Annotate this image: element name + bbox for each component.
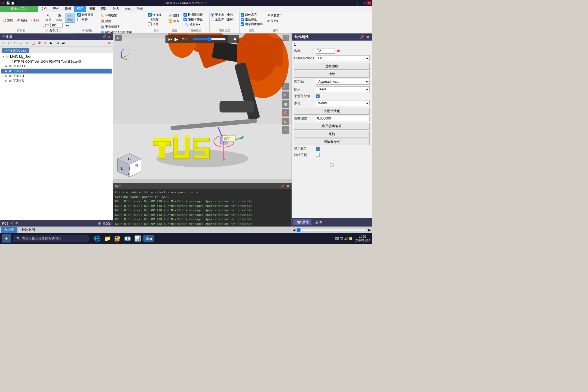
- robot-tools-menu[interactable]: 机器人工具: [0, 6, 38, 12]
- ws-btn-5[interactable]: ✂: [24, 40, 30, 46]
- taskbar-icon-5[interactable]: 📊: [133, 235, 142, 242]
- vp-tool-4[interactable]: 🎯: [282, 109, 289, 117]
- taskbar-icon-sim[interactable]: Sim: [143, 235, 154, 242]
- apply-nozzle-btn[interactable]: 应用喷嘴偏差: [294, 123, 370, 130]
- ws-btn-4[interactable]: ↩: [19, 40, 24, 46]
- close-button[interactable]: ✕: [367, 1, 371, 5]
- output-close-icon[interactable]: ✕: [287, 184, 289, 188]
- motion-props-footer-tab[interactable]: 动作属性: [293, 219, 311, 225]
- vp-tool-2[interactable]: 🔍: [282, 91, 289, 99]
- tree-path-1[interactable]: ▶ ⛓ PATH 1: [1, 69, 112, 74]
- cube-top[interactable]: B: [128, 157, 131, 161]
- ws-btn-6[interactable]: 📋: [30, 40, 36, 46]
- menu-export[interactable]: 导出: [134, 6, 146, 12]
- cube-center[interactable]: T: [128, 166, 131, 171]
- workspace-bottom-tab[interactable]: 作业图: [1, 227, 17, 233]
- menu-program[interactable]: 程序: [74, 6, 86, 12]
- search-bar[interactable]: 🔍 在这里输入你要搜索的内容: [13, 235, 89, 242]
- trace-check[interactable]: 跟踪: [148, 17, 158, 22]
- detector-active-check[interactable]: 检测器活跃: [183, 13, 203, 17]
- color-highlight-check[interactable]: 颜色高亮: [241, 13, 257, 17]
- signal-check[interactable]: 信号: [148, 22, 158, 26]
- smooth-ext-checkbox[interactable]: ✓: [316, 94, 320, 98]
- apply-smooth-btn[interactable]: 应用平滑化: [294, 108, 370, 115]
- minimize-button[interactable]: ─: [357, 1, 361, 5]
- menu-start[interactable]: 开始: [50, 6, 62, 12]
- tree-path-u[interactable]: ▶ ⛓ PATH U: [1, 74, 112, 78]
- jog-footer-tab[interactable]: 点动: [313, 219, 324, 225]
- rewind-button[interactable]: ⏮: [168, 36, 173, 42]
- timeline-main-slider[interactable]: [296, 228, 367, 232]
- auto-size-button[interactable]: ⬜ 自动尺寸: [43, 28, 63, 33]
- signal-btn[interactable]: 📶 信号: [167, 19, 180, 24]
- restore-window-btn[interactable]: 🗗 恢复窗口: [265, 13, 284, 18]
- ws-btn-10[interactable]: ⏮: [54, 40, 60, 46]
- delete-button[interactable]: ✕ 删除: [29, 18, 41, 23]
- close-workspace-icon[interactable]: ✕: [108, 35, 111, 39]
- paste-button[interactable]: 📌 粘贴: [15, 18, 28, 23]
- ws-btn-8[interactable]: ✕: [42, 40, 48, 46]
- jog-button[interactable]: ☞ 点动: [65, 13, 75, 23]
- taskbar-icon-4[interactable]: 📧: [123, 235, 132, 242]
- capture-btn[interactable]: 🎯 捕捉: [99, 19, 112, 24]
- start-button[interactable]: ⊞: [2, 234, 11, 243]
- ws-btn-1[interactable]: ○: [1, 40, 6, 46]
- rotate-handle-checkbox[interactable]: [316, 153, 320, 157]
- controller-bottom-tab[interactable]: 控制器图: [19, 227, 38, 233]
- clear-ref-btn[interactable]: 清除参考点: [294, 139, 370, 145]
- ws-btn-3[interactable]: ↪: [13, 40, 18, 46]
- always-snap-check[interactable]: 始终捕捉: [77, 13, 94, 17]
- menu-file[interactable]: 文件: [38, 6, 50, 12]
- vp-tool-3[interactable]: ▦: [282, 100, 289, 108]
- menu-help[interactable]: 帮助: [98, 6, 110, 12]
- name-input[interactable]: [316, 48, 335, 54]
- replace-robot-btn[interactable]: 🤖 更换机器人: [99, 24, 121, 29]
- lock-axis-select[interactable]: Approach Axis None: [316, 79, 370, 85]
- timeline-prev-icon[interactable]: ◀: [293, 228, 295, 232]
- pin-icon[interactable]: 📌: [102, 35, 106, 39]
- taskbar-icon-2[interactable]: 📁: [103, 235, 112, 242]
- nozzle-offset-input[interactable]: [316, 116, 370, 121]
- cube-bottom[interactable]: F: [128, 172, 130, 176]
- menu-vrc[interactable]: VRC: [122, 7, 134, 11]
- ws-btn-9[interactable]: ▶: [48, 40, 54, 46]
- menu-model[interactable]: 建模: [62, 6, 74, 12]
- ws-btn-2[interactable]: ↩: [7, 40, 12, 46]
- limit-stop-check[interactable]: 限位停止: [241, 17, 257, 22]
- reverse-btn[interactable]: 反转: [294, 131, 370, 137]
- menu-drawing[interactable]: 图纸: [86, 6, 98, 12]
- taskbar-icon-3[interactable]: 🔐: [113, 235, 122, 242]
- fullscreen-btn[interactable]: ⛶: [283, 35, 289, 41]
- show-labels-checkbox[interactable]: ✓: [316, 147, 320, 151]
- play-button[interactable]: ▶: [174, 36, 178, 42]
- move-button[interactable]: ⊕ 移动: [54, 13, 64, 23]
- output-pin-icon[interactable]: 📌: [280, 184, 284, 188]
- vp-tool-5[interactable]: 📐: [282, 118, 289, 125]
- rcs-settings-icon[interactable]: ⚙: [15, 222, 18, 225]
- select-button[interactable]: ↖ 选择: [43, 13, 53, 23]
- ref-radio[interactable]: [211, 13, 214, 17]
- right-close-icon[interactable]: ✕: [366, 35, 369, 39]
- world-radio[interactable]: [211, 18, 214, 21]
- cube-right[interactable]: R: [135, 164, 138, 168]
- interface-btn[interactable]: 🔗 接口: [167, 13, 180, 18]
- viewport[interactable]: ⚙ ⏮ ▶ x 1.0 🎥 ⏺ ⛶ ⛶ 🔍: [113, 33, 292, 183]
- msg-output-check[interactable]: 消息面板输出: [241, 22, 263, 26]
- select-curve-btn[interactable]: 选择曲线: [294, 63, 370, 70]
- ws-btn-7[interactable]: 📌: [36, 40, 42, 46]
- clear-btn[interactable]: 清除: [294, 71, 370, 78]
- copy-button[interactable]: 📋 复制: [1, 18, 14, 23]
- right-pin-icon[interactable]: 📌: [360, 35, 364, 39]
- show-btn[interactable]: 👁 显示▾: [265, 19, 280, 24]
- env-calibrate-btn[interactable]: 📐 环境校准: [99, 13, 118, 18]
- cube-left[interactable]: L: [121, 166, 123, 171]
- tree-ptp-item[interactable]: ▶ ↗ PTP P1 CONT Vel=100% PDATP1 Tool[1] …: [1, 59, 112, 64]
- ws-btn-11[interactable]: ⏭: [60, 40, 66, 46]
- curve-select[interactable]: Lin Circ: [316, 55, 370, 61]
- detector-btn[interactable]: 🔍 检测器▾: [183, 22, 201, 27]
- taskbar-icon-1[interactable]: 🌐: [93, 235, 102, 242]
- ref-select[interactable]: World Tool Base: [316, 100, 370, 106]
- timeline-slider[interactable]: [193, 37, 226, 41]
- maximize-button[interactable]: □: [362, 1, 366, 5]
- tree-path-s[interactable]: ▶ ⛓ PATH S: [1, 78, 112, 83]
